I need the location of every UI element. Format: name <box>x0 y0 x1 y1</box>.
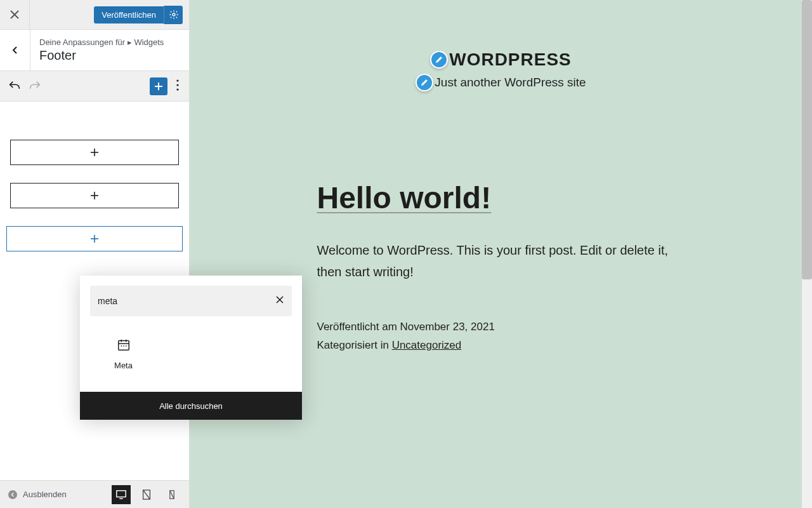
publish-settings-button[interactable] <box>164 6 183 24</box>
pencil-icon <box>420 78 429 87</box>
chevron-left-icon <box>11 46 20 55</box>
device-mobile-button[interactable] <box>162 485 181 504</box>
tablet-icon <box>141 489 152 500</box>
block-inserter-popup: Meta Alle durchsuchen <box>80 276 302 420</box>
clear-search-button[interactable] <box>275 295 284 307</box>
plus-icon <box>152 80 165 93</box>
add-widget-slot[interactable] <box>10 183 179 208</box>
plus-icon <box>89 233 100 244</box>
svg-point-7 <box>176 88 178 90</box>
preview-scrollbar[interactable] <box>802 0 812 508</box>
svg-point-2 <box>173 13 175 16</box>
site-tagline: Just another WordPress site <box>435 76 586 90</box>
edit-shortcut-tagline[interactable] <box>416 74 433 91</box>
device-desktop-button[interactable] <box>112 485 131 504</box>
close-button[interactable] <box>0 0 30 30</box>
undo-button[interactable] <box>8 79 22 93</box>
site-preview: WORDPRESS Just another WordPress site He… <box>190 0 812 508</box>
breadcrumb-title: Footer <box>39 48 180 63</box>
breadcrumb-path: Deine Anpassungen für ▸ Widgets <box>39 37 180 47</box>
pencil-icon <box>435 55 443 64</box>
back-button[interactable] <box>0 30 30 70</box>
post-meta: Veröffentlicht am November 23, 2021 Kate… <box>317 318 685 355</box>
block-search-input[interactable] <box>98 296 275 306</box>
site-title[interactable]: WORDPRESS <box>449 50 572 70</box>
svg-point-6 <box>176 84 178 86</box>
block-option-label: Meta <box>114 361 133 370</box>
block-search[interactable] <box>90 286 292 316</box>
customizer-topbar: Veröffentlichen <box>0 0 189 30</box>
plus-icon <box>89 147 100 158</box>
chevron-left-circle-icon <box>8 490 18 500</box>
publish-button[interactable]: Veröffentlichen <box>94 6 164 23</box>
edit-shortcut-title[interactable] <box>430 51 448 69</box>
add-widget-slot[interactable] <box>10 140 179 165</box>
svg-rect-21 <box>118 341 129 351</box>
post-date: November 23, 2021 <box>400 321 495 333</box>
calendar-icon <box>117 338 131 352</box>
dots-vertical-icon <box>176 79 179 91</box>
device-tablet-button[interactable] <box>137 485 156 504</box>
collapse-label: Ausblenden <box>23 490 67 499</box>
breadcrumb-panel: Deine Anpassungen für ▸ Widgets Footer <box>0 30 189 71</box>
svg-point-5 <box>176 79 178 81</box>
post-content: Welcome to WordPress. This is your first… <box>317 239 685 283</box>
plus-icon <box>89 190 100 201</box>
post-title[interactable]: Hello world! <box>317 180 685 215</box>
close-icon <box>275 295 284 304</box>
svg-point-26 <box>123 345 124 347</box>
add-widget-slot-active[interactable] <box>6 226 183 251</box>
gear-icon <box>169 10 179 20</box>
redo-button <box>28 79 42 93</box>
device-footer: Ausblenden <box>0 480 189 508</box>
block-option-meta[interactable]: Meta <box>90 331 157 377</box>
close-icon <box>10 10 20 20</box>
undo-icon <box>8 79 22 93</box>
svg-point-14 <box>8 490 17 499</box>
editor-toolbar <box>0 71 189 102</box>
more-options-button[interactable] <box>174 77 181 96</box>
desktop-icon <box>115 489 127 500</box>
svg-rect-15 <box>117 490 126 497</box>
collapse-button[interactable]: Ausblenden <box>8 490 67 500</box>
redo-icon <box>28 79 42 93</box>
add-block-button[interactable] <box>150 77 167 95</box>
mobile-icon <box>167 489 177 500</box>
svg-point-25 <box>121 345 122 347</box>
svg-point-27 <box>125 345 126 347</box>
post-category-link[interactable]: Uncategorized <box>392 339 462 351</box>
browse-all-button[interactable]: Alle durchsuchen <box>80 392 302 420</box>
